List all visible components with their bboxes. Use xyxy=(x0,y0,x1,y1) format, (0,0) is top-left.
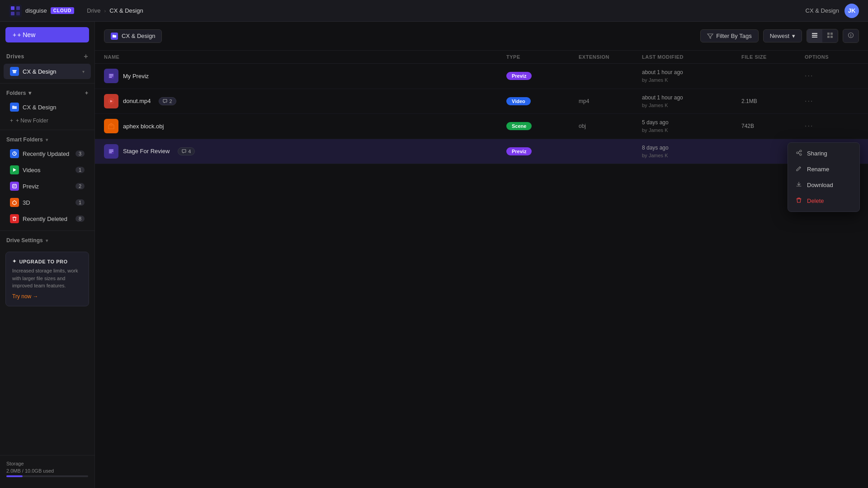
modified-by: by James K xyxy=(642,127,741,134)
smart-folders-chevron: ▾ xyxy=(46,137,48,142)
divider-1 xyxy=(0,83,94,84)
file-type-cell: Previz xyxy=(506,72,579,80)
table-header: NAME TYPE EXTENSION LAST MODIFIED FILE S… xyxy=(95,51,868,64)
recently-deleted-label: Recently Deleted xyxy=(23,216,72,222)
drive-icon xyxy=(10,67,19,76)
view-toggle xyxy=(807,29,838,43)
breadcrumb-current: CX & Design xyxy=(109,7,143,14)
modified-time: about 1 hour ago xyxy=(642,68,741,76)
table-row[interactable]: donut.mp4 2 Video mp4 about 1 hour ago b… xyxy=(95,89,868,114)
file-name: aphex block.obj xyxy=(123,123,164,130)
file-name-cell: Stage For Review 4 xyxy=(104,144,506,159)
svg-rect-14 xyxy=(830,36,833,38)
new-folder-button[interactable]: + + New Folder xyxy=(4,115,91,126)
list-view-icon xyxy=(811,32,818,38)
file-modified-cell: 5 days ago by James K xyxy=(642,118,741,134)
context-menu: Sharing Rename Download Delete xyxy=(788,142,860,212)
file-modified-cell: about 1 hour ago by James K xyxy=(642,94,741,109)
file-name: Stage For Review xyxy=(123,148,170,155)
file-modified-cell: about 1 hour ago by James K xyxy=(642,68,741,84)
table-row[interactable]: My Previz Previz about 1 hour ago by Jam… xyxy=(95,64,868,89)
modified-time: 5 days ago xyxy=(642,118,741,127)
modified-by: by James K xyxy=(642,76,741,84)
modified-time: 8 days ago xyxy=(642,144,741,152)
file-name-cell: aphex block.obj xyxy=(104,119,506,133)
file-name-cell: donut.mp4 2 xyxy=(104,94,506,108)
options-cell[interactable]: ··· xyxy=(805,122,859,130)
options-cell[interactable]: ··· xyxy=(805,72,859,80)
svg-point-21 xyxy=(797,152,798,154)
context-item-delete[interactable]: Delete xyxy=(788,193,859,209)
context-item-sharing[interactable]: Sharing xyxy=(788,145,859,161)
col-last-modified: LAST MODIFIED xyxy=(642,54,741,60)
svg-rect-10 xyxy=(812,37,817,38)
svg-rect-4 xyxy=(16,12,20,15)
drive-item-cx-design[interactable]: CX & Design ▾ xyxy=(4,64,91,79)
context-delete-label: Delete xyxy=(807,197,824,204)
svg-rect-13 xyxy=(827,36,830,38)
file-name-cell: My Previz xyxy=(104,69,506,83)
col-name: NAME xyxy=(104,54,506,60)
sidebar-item-videos[interactable]: Videos 1 xyxy=(4,162,91,178)
info-button[interactable] xyxy=(843,29,859,43)
grid-view-button[interactable] xyxy=(822,29,838,42)
logo-cloud: CLOUD xyxy=(51,7,75,14)
sidebar-item-recently-deleted[interactable]: Recently Deleted 8 xyxy=(4,211,91,226)
sort-button[interactable]: Newest ▾ xyxy=(763,29,802,42)
folder-badge-icon xyxy=(111,33,118,40)
upgrade-card: ✦ UPGRADE TO PRO Increased storage limit… xyxy=(5,252,89,306)
grid-view-icon xyxy=(827,32,833,38)
new-button[interactable]: + + New xyxy=(5,27,89,42)
file-type-cell: Video xyxy=(506,97,579,105)
drives-section-header: Drives + xyxy=(0,50,94,63)
sidebar-item-recently-updated[interactable]: Recently Updated 3 xyxy=(4,146,91,161)
col-options: OPTIONS xyxy=(805,54,859,60)
svg-rect-1 xyxy=(11,6,14,10)
drive-chevron: ▾ xyxy=(82,69,85,74)
new-folder-icon: + xyxy=(10,117,13,124)
avatar[interactable]: JK xyxy=(844,4,859,18)
svg-rect-7 xyxy=(13,184,16,188)
file-extension-cell: mp4 xyxy=(579,98,642,104)
drives-add-icon[interactable]: + xyxy=(84,52,88,61)
storage-amount: 2.0MB / 10.0GB used xyxy=(6,468,88,474)
main-header: CX & Design Filter By Tags Newest ▾ xyxy=(95,22,868,51)
rename-icon xyxy=(795,165,802,173)
upgrade-link[interactable]: Try now → xyxy=(12,293,82,300)
list-view-button[interactable] xyxy=(807,29,822,42)
logo-text: disguise xyxy=(25,7,47,14)
context-item-rename[interactable]: Rename xyxy=(788,161,859,177)
file-name: My Previz xyxy=(123,73,149,80)
recently-updated-icon xyxy=(10,149,19,158)
filter-icon xyxy=(707,33,713,39)
folder-badge-label: CX & Design xyxy=(122,33,155,39)
file-icon xyxy=(104,119,118,133)
svg-rect-3 xyxy=(11,12,14,15)
context-download-label: Download xyxy=(807,182,833,188)
recently-updated-badge: 3 xyxy=(75,150,85,157)
videos-icon xyxy=(10,165,19,174)
table-row[interactable]: Stage For Review 4 Previz 8 days ago by … xyxy=(95,139,868,164)
modified-by: by James K xyxy=(642,102,741,109)
sidebar: + + New Drives + CX & Design ▾ Folders ▾… xyxy=(0,22,95,488)
context-item-download[interactable]: Download xyxy=(788,177,859,193)
breadcrumb-drive[interactable]: Drive xyxy=(87,7,100,14)
options-cell[interactable]: ··· xyxy=(805,97,859,105)
layout: + + New Drives + CX & Design ▾ Folders ▾… xyxy=(0,22,868,488)
file-icon xyxy=(104,94,118,108)
filter-button[interactable]: Filter By Tags xyxy=(700,29,759,42)
storage-bar-fill xyxy=(6,475,23,477)
drive-settings[interactable]: Drive Settings ▾ xyxy=(0,235,94,246)
delete-icon xyxy=(795,197,802,205)
sidebar-item-3d[interactable]: 3D 1 xyxy=(4,195,91,210)
file-table: NAME TYPE EXTENSION LAST MODIFIED FILE S… xyxy=(95,51,868,488)
sidebar-item-cx-design-folder[interactable]: CX & Design xyxy=(4,99,91,115)
folders-add-icon[interactable]: + xyxy=(85,90,88,96)
recently-deleted-badge: 8 xyxy=(75,216,85,222)
file-modified-cell: 8 days ago by James K xyxy=(642,144,741,160)
topnav-title: CX & Design xyxy=(806,7,839,14)
sidebar-item-previz[interactable]: Previz 2 xyxy=(4,178,91,194)
sharing-icon xyxy=(795,150,802,157)
table-row[interactable]: aphex block.obj Scene obj 5 days ago by … xyxy=(95,114,868,139)
svg-rect-11 xyxy=(827,33,830,35)
